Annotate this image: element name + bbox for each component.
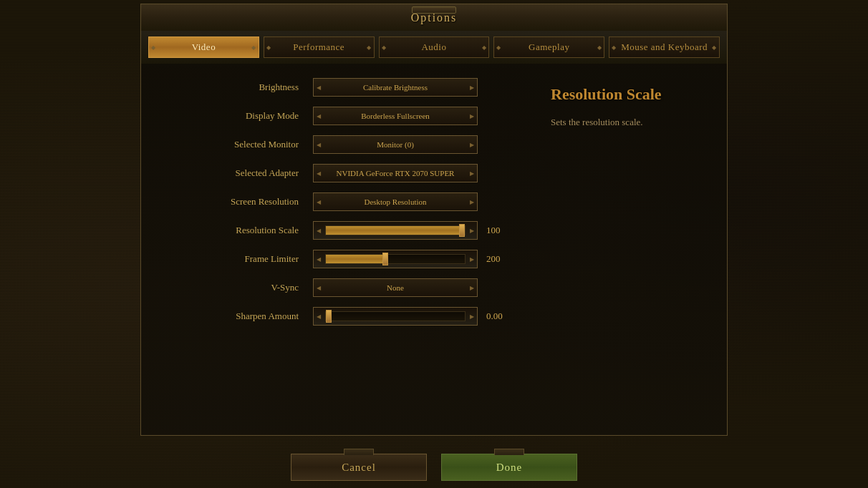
title-bar: Options <box>140 4 728 31</box>
info-title: Resolution Scale <box>551 85 713 104</box>
frame-limiter-fill <box>326 255 385 263</box>
brightness-row: Brightness Calibrate Brightness <box>163 78 515 97</box>
resolution-scale-thumb[interactable] <box>459 224 465 237</box>
tab-audio[interactable]: Audio <box>379 36 490 58</box>
sharpen-amount-thumb[interactable] <box>326 310 332 323</box>
frame-limiter-row: Frame Limiter 200 <box>163 250 515 268</box>
brightness-label: Brightness <box>163 82 313 93</box>
tab-video[interactable]: Video <box>148 36 259 58</box>
settings-area: Brightness Calibrate Brightness Display … <box>141 64 536 435</box>
selected-adapter-row: Selected Adapter NVIDIA GeForce RTX 2070… <box>163 164 515 182</box>
sharpen-amount-track <box>325 311 466 321</box>
selected-adapter-label: Selected Adapter <box>163 167 313 179</box>
screen-resolution-dropdown[interactable]: Desktop Resolution <box>313 192 478 211</box>
cancel-button[interactable]: Cancel <box>291 454 427 481</box>
frame-limiter-thumb[interactable] <box>382 253 388 265</box>
v-sync-control: None <box>313 278 478 297</box>
resolution-scale-value: 100 <box>486 225 515 236</box>
options-window: Options Video Performance Audio Gameplay… <box>140 4 728 436</box>
resolution-scale-track <box>325 225 466 235</box>
selected-monitor-row: Selected Monitor Monitor (0) <box>163 135 515 154</box>
selected-adapter-control: NVIDIA GeForce RTX 2070 SUPER <box>313 164 478 182</box>
tabs-container: Video Performance Audio Gameplay Mouse a… <box>140 31 728 64</box>
tab-performance[interactable]: Performance <box>264 36 375 58</box>
selected-monitor-dropdown[interactable]: Monitor (0) <box>313 135 478 154</box>
resolution-scale-fill <box>326 226 462 235</box>
screen-resolution-label: Screen Resolution <box>163 196 313 208</box>
v-sync-row: V-Sync None <box>163 278 515 297</box>
selected-monitor-label: Selected Monitor <box>163 139 313 150</box>
screen-resolution-row: Screen Resolution Desktop Resolution <box>163 192 515 211</box>
selected-adapter-dropdown[interactable]: NVIDIA GeForce RTX 2070 SUPER <box>313 164 478 182</box>
frame-limiter-track <box>325 254 466 264</box>
resolution-scale-label: Resolution Scale <box>163 225 313 236</box>
screen-resolution-control: Desktop Resolution <box>313 192 478 211</box>
sharpen-amount-slider[interactable] <box>313 307 478 326</box>
done-button[interactable]: Done <box>441 454 577 481</box>
frame-limiter-slider[interactable] <box>313 250 478 268</box>
info-panel: Resolution Scale Sets the resolution sca… <box>536 64 727 435</box>
display-mode-dropdown[interactable]: Borderless Fullscreen <box>313 107 478 125</box>
sharpen-amount-control: 0.00 <box>313 307 515 326</box>
resolution-scale-row: Resolution Scale 100 <box>163 221 515 240</box>
display-mode-label: Display Mode <box>163 110 313 122</box>
sharpen-amount-row: Sharpen Amount 0.00 <box>163 307 515 326</box>
tab-gameplay[interactable]: Gameplay <box>493 36 604 58</box>
display-mode-row: Display Mode Borderless Fullscreen <box>163 107 515 125</box>
main-panel: Brightness Calibrate Brightness Display … <box>140 64 728 436</box>
v-sync-label: V-Sync <box>163 282 313 293</box>
window-title: Options <box>411 11 458 24</box>
frame-limiter-control: 200 <box>313 250 515 268</box>
frame-limiter-value: 200 <box>486 253 515 265</box>
bottom-bar: Cancel Done <box>140 446 728 488</box>
brightness-control: Calibrate Brightness <box>313 78 478 97</box>
resolution-scale-slider[interactable] <box>313 221 478 240</box>
display-mode-control: Borderless Fullscreen <box>313 107 478 125</box>
calibrate-brightness-button[interactable]: Calibrate Brightness <box>313 78 478 97</box>
selected-monitor-control: Monitor (0) <box>313 135 478 154</box>
tab-mouse-keyboard[interactable]: Mouse and Keyboard <box>609 36 720 58</box>
info-description: Sets the resolution scale. <box>551 115 713 130</box>
v-sync-dropdown[interactable]: None <box>313 278 478 297</box>
sharpen-amount-label: Sharpen Amount <box>163 311 313 322</box>
sharpen-amount-value: 0.00 <box>486 311 515 322</box>
frame-limiter-label: Frame Limiter <box>163 253 313 265</box>
resolution-scale-control: 100 <box>313 221 515 240</box>
